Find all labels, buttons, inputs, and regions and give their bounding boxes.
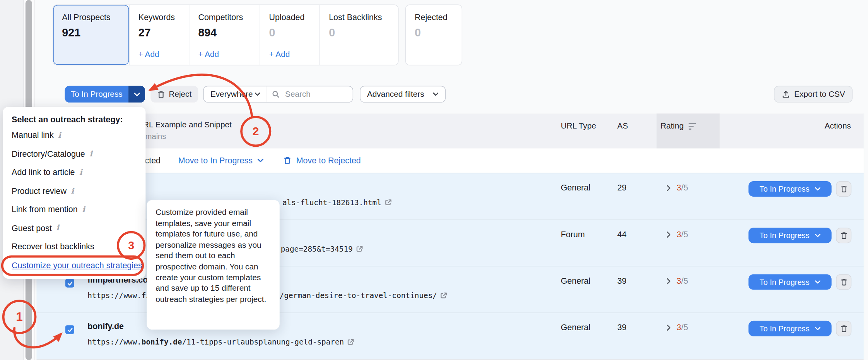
- annotation-highlight-oval: [1, 255, 144, 276]
- row-delete-button[interactable]: [836, 181, 851, 197]
- tab-label: Rejected: [415, 12, 453, 21]
- annotation-step-2: 2: [240, 116, 271, 147]
- bulk-actions-bar: selected Move to In Progress Move to Rej…: [36, 149, 863, 173]
- chevron-down-icon: [433, 93, 438, 96]
- rating-value: 3: [677, 276, 681, 285]
- info-icon[interactable]: [58, 130, 61, 139]
- annotation-step-1: 1: [2, 300, 37, 334]
- row-url-prefix: https://www.fin: [87, 291, 155, 300]
- rating-total: /5: [681, 230, 688, 239]
- move-to-rejected-link[interactable]: Move to Rejected: [284, 156, 361, 165]
- chevron-down-icon: [258, 158, 264, 162]
- tab-count: 921: [62, 27, 120, 39]
- row-to-in-progress-button[interactable]: To In Progress: [748, 274, 832, 290]
- add-keywords-button[interactable]: + Add: [138, 50, 159, 59]
- advanced-filters-label: Advanced filters: [367, 90, 424, 99]
- rating-total: /5: [681, 322, 688, 332]
- tab-label: All Prospects: [62, 12, 120, 21]
- rating-cell[interactable]: 3/5: [677, 183, 688, 192]
- tab-label: Lost Backlinks: [329, 12, 389, 21]
- rating-label: Rating: [660, 121, 683, 130]
- advanced-filters-button[interactable]: Advanced filters: [360, 86, 446, 103]
- tab-competitors[interactable]: Competitors 894 + Add: [189, 5, 260, 65]
- url-fragment: page=285&t=34519: [281, 244, 353, 253]
- toolbar: To In Progress Reject Everywhere Advance…: [0, 86, 868, 103]
- info-icon[interactable]: [82, 205, 85, 214]
- row-delete-button[interactable]: [836, 321, 851, 336]
- tab-label: Uploaded: [269, 12, 311, 21]
- menu-item-guest-post[interactable]: Guest post: [12, 219, 137, 237]
- rating-total: /5: [681, 276, 688, 285]
- info-icon[interactable]: [71, 186, 74, 195]
- expand-row-chevron-icon[interactable]: [666, 230, 671, 240]
- url-tail: /11-tipps-urlaubsplanung-geld-sparen: [182, 338, 344, 346]
- url-prefix: https://www.: [87, 291, 142, 300]
- url-type-cell: General: [561, 322, 590, 332]
- search-input[interactable]: [284, 89, 347, 99]
- as-cell: 39: [617, 276, 627, 285]
- url-type-cell: General: [561, 183, 590, 192]
- tab-keywords[interactable]: Keywords 27 + Add: [129, 5, 189, 65]
- tab-uploaded[interactable]: Uploaded 0 + Add: [260, 5, 320, 65]
- add-competitors-button[interactable]: + Add: [198, 50, 219, 59]
- expand-row-chevron-icon[interactable]: [666, 184, 671, 194]
- external-link-icon[interactable]: [441, 292, 448, 299]
- row-domain[interactable]: bonify.de: [87, 321, 124, 331]
- menu-item-label: Add link to article: [12, 168, 75, 177]
- url-prefix: https://www.: [87, 338, 142, 346]
- to-in-progress-button[interactable]: To In Progress: [65, 86, 128, 103]
- chevron-down-icon: [815, 234, 820, 237]
- row-to-in-progress-button[interactable]: To In Progress: [748, 228, 832, 243]
- menu-item-label: Link from mention: [12, 204, 78, 214]
- export-to-csv-button[interactable]: Export to CSV: [774, 86, 853, 103]
- column-header-rating[interactable]: Rating: [656, 113, 719, 148]
- add-uploaded-button[interactable]: + Add: [269, 50, 290, 59]
- tab-all-prospects[interactable]: All Prospects 921: [53, 5, 129, 65]
- row-action-label: To In Progress: [759, 231, 809, 240]
- external-link-icon[interactable]: [347, 338, 355, 346]
- url-fragment: als-flucht-182613.html: [282, 198, 381, 207]
- menu-item-label: Product review: [12, 186, 67, 195]
- row-checkbox[interactable]: [65, 279, 74, 288]
- expand-row-chevron-icon[interactable]: [666, 324, 671, 334]
- rating-value: 3: [677, 230, 681, 239]
- tab-count: 0: [415, 27, 453, 39]
- rating-cell[interactable]: 3/5: [677, 276, 688, 285]
- tab-count: 27: [138, 27, 180, 39]
- menu-item-product-review[interactable]: Product review: [12, 182, 137, 200]
- column-header-url-type: URL Type: [561, 121, 596, 130]
- tab-rejected[interactable]: Rejected 0: [405, 4, 462, 65]
- row-to-in-progress-button[interactable]: To In Progress: [748, 321, 832, 336]
- menu-item-label: Directory/Catalogue: [12, 149, 85, 158]
- tab-lost-backlinks[interactable]: Lost Backlinks 0: [320, 5, 398, 65]
- menu-item-directory-catalogue[interactable]: Directory/Catalogue: [12, 144, 137, 163]
- rating-cell[interactable]: 3/5: [677, 230, 688, 239]
- info-icon[interactable]: [56, 223, 59, 232]
- row-delete-button[interactable]: [836, 228, 851, 243]
- row-to-in-progress-button[interactable]: To In Progress: [748, 181, 832, 197]
- menu-item-link-from-mention[interactable]: Link from mention: [12, 200, 137, 219]
- info-icon[interactable]: [79, 168, 82, 177]
- expand-row-chevron-icon[interactable]: [666, 277, 671, 287]
- export-label: Export to CSV: [794, 90, 845, 99]
- move-to-in-progress-label: Move to In Progress: [178, 156, 253, 165]
- url-domain-bold: bonify.de: [142, 338, 182, 346]
- tab-count: 0: [269, 27, 311, 39]
- menu-item-manual-link[interactable]: Manual link: [12, 126, 137, 144]
- info-icon[interactable]: [89, 149, 92, 158]
- row-delete-button[interactable]: [836, 274, 851, 290]
- rating-total: /5: [681, 183, 688, 192]
- rating-cell[interactable]: 3/5: [677, 322, 688, 332]
- chevron-down-icon: [815, 280, 820, 284]
- tab-count: 0: [329, 27, 389, 39]
- link-building-tool-screen: All Prospects 921 Keywords 27 + Add Comp…: [0, 0, 868, 360]
- external-link-icon[interactable]: [384, 199, 392, 206]
- menu-item-add-link-to-article[interactable]: Add link to article: [12, 163, 137, 182]
- move-to-in-progress-link[interactable]: Move to In Progress: [178, 156, 264, 165]
- row-url: /german-desire-to-travel-continues/: [280, 291, 448, 300]
- row-url: https://www.bonify.de/11-tipps-urlaubspl…: [87, 338, 354, 346]
- as-cell: 39: [617, 322, 627, 332]
- external-link-icon[interactable]: [356, 245, 363, 252]
- url-fragment: /german-desire-to-travel-continues/: [280, 291, 437, 300]
- row-action-label: To In Progress: [759, 278, 809, 286]
